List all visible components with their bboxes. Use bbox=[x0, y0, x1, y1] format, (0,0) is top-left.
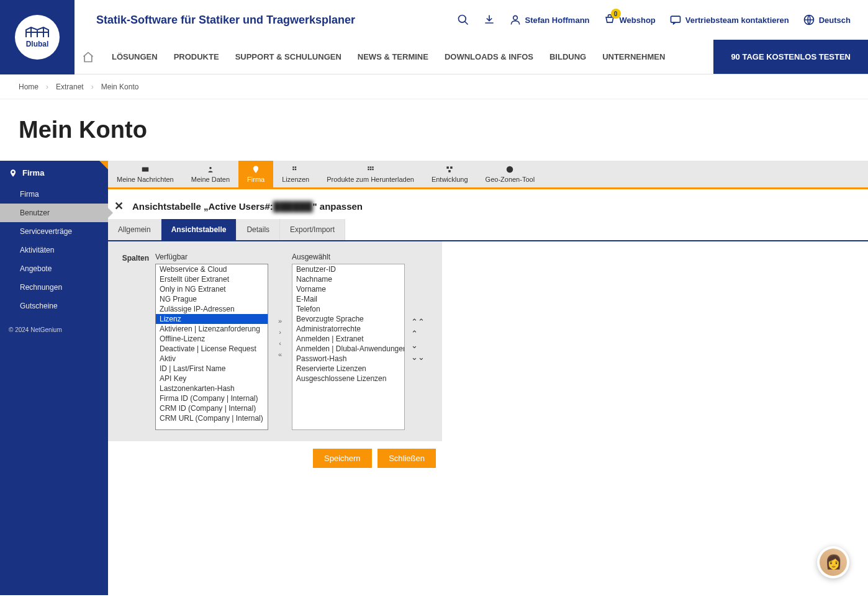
available-item[interactable]: Zulässige IP-Adressen bbox=[156, 304, 268, 314]
selected-item[interactable]: Anmelden | Dlubal-Anwendungen bbox=[292, 344, 404, 354]
move-bottom-icon[interactable]: ⌄⌄ bbox=[411, 352, 425, 362]
selected-item[interactable]: Ausgeschlossene Lizenzen bbox=[292, 374, 404, 384]
available-item[interactable]: Aktiv bbox=[156, 354, 268, 364]
available-item[interactable]: Offline-Lizenz bbox=[156, 334, 268, 344]
sidebar-header[interactable]: Firma bbox=[0, 161, 108, 185]
available-item[interactable]: Erstellt über Extranet bbox=[156, 274, 268, 284]
available-item[interactable]: Firma ID (Company | Internal) bbox=[156, 393, 268, 403]
available-listbox[interactable]: Webservice & CloudErstellt über Extranet… bbox=[155, 264, 268, 430]
svg-line-1 bbox=[464, 22, 468, 25]
move-up-icon[interactable]: ⌃ bbox=[411, 329, 425, 338]
subtab-2[interactable]: Details bbox=[237, 219, 280, 240]
selected-item[interactable]: Administratorrechte bbox=[292, 324, 404, 334]
move-down-icon[interactable]: ⌄ bbox=[411, 341, 425, 350]
top-tab-6[interactable]: Geo-Zonen-Tool bbox=[477, 161, 544, 187]
language-button[interactable]: Deutsch bbox=[803, 14, 851, 26]
nav-item-0[interactable]: LÖSUNGEN bbox=[112, 52, 158, 61]
chat-bubble[interactable]: 👩 bbox=[817, 546, 849, 578]
subtab-1[interactable]: Ansichtstabelle bbox=[161, 219, 237, 240]
cta-button[interactable]: 90 TAGE KOSTENLOS TESTEN bbox=[713, 40, 868, 74]
top-tab-5[interactable]: Entwicklung bbox=[423, 161, 477, 187]
available-item[interactable]: API Key bbox=[156, 374, 268, 384]
top-tab-0[interactable]: Meine Nachrichten bbox=[108, 161, 183, 187]
top-tab-2[interactable]: Firma bbox=[238, 161, 273, 187]
sidebar-item-aktivitäten[interactable]: Aktivitäten bbox=[0, 241, 108, 259]
available-item[interactable]: Webservice & Cloud bbox=[156, 264, 268, 274]
available-item[interactable]: ID | Last/First Name bbox=[156, 364, 268, 374]
sidebar-item-angebote[interactable]: Angebote bbox=[0, 259, 108, 278]
nav-item-5[interactable]: BILDUNG bbox=[549, 52, 586, 61]
sidebar-item-serviceverträge[interactable]: Serviceverträge bbox=[0, 222, 108, 241]
top-tabs: Meine NachrichtenMeine DatenFirmaLizenze… bbox=[108, 161, 868, 189]
chevron-right-icon: › bbox=[46, 83, 48, 91]
available-item[interactable]: Only in NG Extranet bbox=[156, 284, 268, 294]
logo-circle: Dlubal bbox=[15, 15, 60, 60]
download-icon[interactable] bbox=[483, 14, 495, 26]
available-item[interactable]: Lizenz bbox=[156, 314, 268, 324]
nav-item-4[interactable]: DOWNLOADS & INFOS bbox=[445, 52, 533, 61]
subtab-0[interactable]: Allgemein bbox=[108, 219, 161, 240]
webshop-label: Webshop bbox=[620, 16, 656, 25]
available-item[interactable]: Aktivieren | Lizenzanforderung bbox=[156, 324, 268, 334]
selected-item[interactable]: Nachname bbox=[292, 274, 404, 284]
sidebar-item-rechnungen[interactable]: Rechnungen bbox=[0, 278, 108, 297]
selected-item[interactable]: Passwort-Hash bbox=[292, 354, 404, 364]
selected-item[interactable]: Reservierte Lizenzen bbox=[292, 364, 404, 374]
move-left-icon[interactable]: ‹ bbox=[274, 339, 286, 348]
close-button[interactable]: Schließen bbox=[377, 449, 436, 468]
top-tab-1[interactable]: Meine Daten bbox=[183, 161, 238, 187]
nav-item-2[interactable]: SUPPORT & SCHULUNGEN bbox=[235, 52, 341, 61]
available-item[interactable]: CRM URL (Company | Internal) bbox=[156, 413, 268, 423]
breadcrumb-item-1[interactable]: Extranet bbox=[56, 83, 84, 91]
move-top-icon[interactable]: ⌃⌃ bbox=[411, 317, 425, 326]
breadcrumb-item-0[interactable]: Home bbox=[19, 83, 38, 91]
move-all-left-icon[interactable]: « bbox=[274, 351, 286, 359]
subtab-3[interactable]: Export/Import bbox=[280, 219, 345, 240]
header-top: Statik-Software für Statiker und Tragwer… bbox=[0, 0, 868, 40]
selected-item[interactable]: Benutzer-ID bbox=[292, 264, 404, 274]
user-button[interactable]: Stefan Hoffmann bbox=[509, 14, 590, 26]
nav-item-1[interactable]: PRODUKTE bbox=[174, 52, 219, 61]
home-icon[interactable] bbox=[75, 40, 102, 74]
config-area: Spalten Verfügbar Webservice & CloudErst… bbox=[108, 241, 442, 441]
sidebar: Firma FirmaBenutzerServiceverträgeAktivi… bbox=[0, 161, 108, 595]
logo[interactable]: Dlubal bbox=[0, 0, 75, 74]
svg-point-2 bbox=[513, 16, 517, 20]
move-all-right-icon[interactable]: » bbox=[274, 317, 286, 326]
selected-item[interactable]: Anmelden | Extranet bbox=[292, 334, 404, 344]
available-item[interactable]: CRM ID (Company | Internal) bbox=[156, 403, 268, 413]
nav-item-6[interactable]: UNTERNEHMEN bbox=[602, 52, 665, 61]
sidebar-item-benutzer[interactable]: Benutzer bbox=[0, 204, 108, 222]
available-item[interactable]: Lastzonenkarten-Hash bbox=[156, 384, 268, 393]
close-icon[interactable]: ✕ bbox=[114, 199, 124, 213]
breadcrumb-item-2: Mein Konto bbox=[101, 83, 139, 91]
move-right-icon[interactable]: › bbox=[274, 328, 286, 337]
selected-label: Ausgewählt bbox=[292, 253, 405, 261]
svg-rect-13 bbox=[368, 166, 369, 168]
selected-item[interactable]: Bevorzugte Sprache bbox=[292, 314, 404, 324]
nav-bar: LÖSUNGENPRODUKTESUPPORT & SCHULUNGENNEWS… bbox=[75, 40, 868, 74]
sidebar-item-gutscheine[interactable]: Gutscheine bbox=[0, 297, 108, 315]
svg-rect-18 bbox=[372, 169, 373, 170]
avatar-icon: 👩 bbox=[820, 549, 847, 576]
sidebar-item-firma[interactable]: Firma bbox=[0, 185, 108, 204]
save-button[interactable]: Speichern bbox=[313, 449, 372, 468]
top-tab-4[interactable]: Produkte zum Herunterladen bbox=[318, 161, 423, 187]
copyright: © 2024 NetGenium bbox=[0, 326, 62, 333]
contact-button[interactable]: Vertriebsteam kontaktieren bbox=[669, 14, 789, 26]
columns-label: Spalten bbox=[114, 253, 149, 263]
available-item[interactable]: NG Prague bbox=[156, 294, 268, 304]
selected-item[interactable]: E-Mail bbox=[292, 294, 404, 304]
svg-rect-15 bbox=[372, 166, 373, 168]
nav-item-3[interactable]: NEWS & TERMINE bbox=[358, 52, 428, 61]
svg-point-5 bbox=[12, 171, 14, 173]
selected-listbox[interactable]: Benutzer-IDNachnameVornameE-MailTelefonB… bbox=[292, 264, 405, 430]
selected-item[interactable]: Telefon bbox=[292, 304, 404, 314]
available-item[interactable]: Deactivate | License Request bbox=[156, 344, 268, 354]
panel-title: Ansichtstabelle „Active Users#:██████" a… bbox=[132, 201, 363, 212]
top-tab-3[interactable]: Lizenzen bbox=[273, 161, 318, 187]
search-icon[interactable] bbox=[457, 14, 469, 26]
webshop-button[interactable]: 0 Webshop bbox=[604, 14, 656, 26]
svg-rect-16 bbox=[368, 169, 369, 170]
selected-item[interactable]: Vorname bbox=[292, 284, 404, 294]
